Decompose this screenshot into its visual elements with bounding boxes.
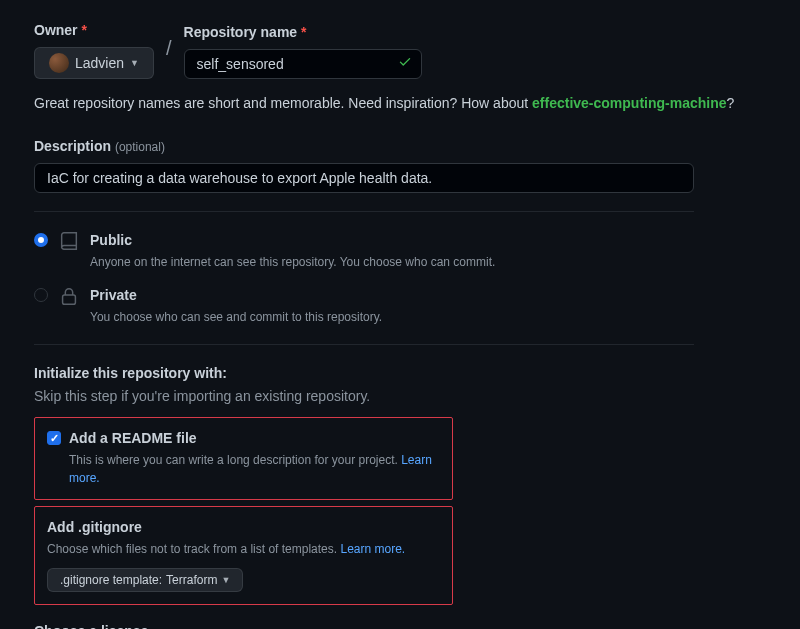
readme-checkbox[interactable]: ✓ xyxy=(47,431,61,445)
visibility-private-title: Private xyxy=(90,285,382,306)
gitignore-highlight: Add .gitignore Choose which files not to… xyxy=(34,506,453,605)
repo-name-input[interactable] xyxy=(184,49,422,79)
description-label: Description (optional) xyxy=(34,136,766,157)
name-hint: Great repository names are short and mem… xyxy=(34,93,766,114)
slash-separator: / xyxy=(166,33,172,63)
chevron-down-icon: ▼ xyxy=(221,575,230,585)
owner-label: Owner * xyxy=(34,20,154,41)
name-suggestion-link[interactable]: effective-computing-machine xyxy=(532,95,726,111)
readme-highlight: ✓ Add a README file This is where you ca… xyxy=(34,417,453,500)
check-icon xyxy=(398,54,412,75)
chevron-down-icon: ▼ xyxy=(130,58,139,68)
readme-label: Add a README file xyxy=(69,428,197,449)
readme-sub: This is where you can write a long descr… xyxy=(69,451,440,487)
visibility-public-radio[interactable] xyxy=(34,233,48,247)
owner-name: Ladvien xyxy=(75,55,124,71)
avatar xyxy=(49,53,69,73)
init-title: Initialize this repository with: xyxy=(34,363,766,384)
gitignore-template-dropdown[interactable]: .gitignore template: Terraform ▼ xyxy=(47,568,243,592)
visibility-public-title: Public xyxy=(90,230,495,251)
svg-rect-0 xyxy=(63,295,76,304)
description-input[interactable] xyxy=(34,163,694,193)
repo-name-label: Repository name * xyxy=(184,22,422,43)
gitignore-learn-more-link[interactable]: Learn more. xyxy=(340,542,405,556)
gitignore-sub: Choose which files not to track from a l… xyxy=(47,540,440,558)
owner-dropdown[interactable]: Ladvien ▼ xyxy=(34,47,154,79)
divider xyxy=(34,344,694,345)
visibility-public-sub: Anyone on the internet can see this repo… xyxy=(90,253,495,271)
lock-icon xyxy=(58,285,80,307)
visibility-private-radio[interactable] xyxy=(34,288,48,302)
gitignore-title: Add .gitignore xyxy=(47,517,440,538)
divider xyxy=(34,211,694,212)
init-sub: Skip this step if you're importing an ex… xyxy=(34,386,766,407)
repo-icon xyxy=(58,230,80,252)
visibility-private-sub: You choose who can see and commit to thi… xyxy=(90,308,382,326)
license-title: Choose a license xyxy=(34,621,694,629)
